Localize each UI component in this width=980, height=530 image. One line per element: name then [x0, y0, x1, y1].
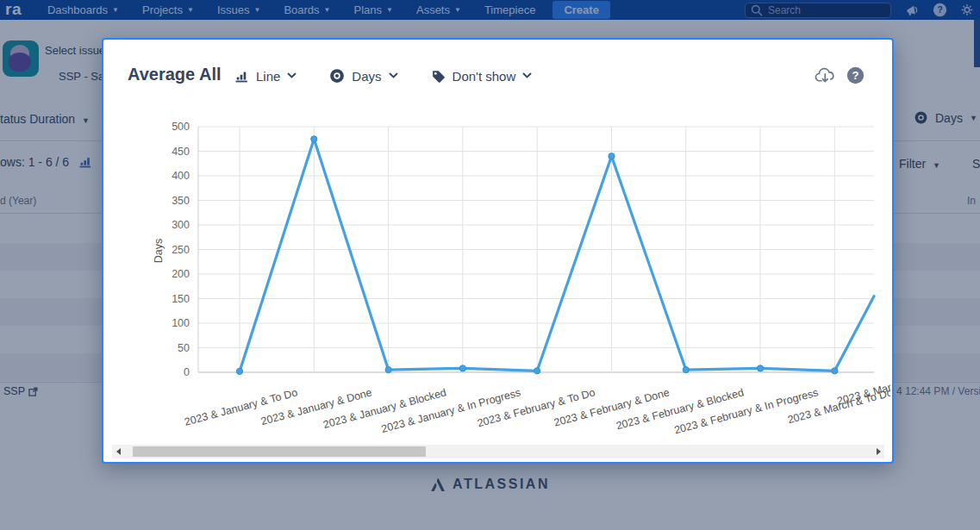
data-point[interactable]: [311, 136, 317, 142]
x-axis-labels: 2023 & January & To Do2023 & January & D…: [183, 381, 890, 436]
svg-text:350: 350: [172, 195, 190, 207]
svg-text:50: 50: [178, 342, 190, 354]
chart-controls: LineDaysDon't show: [234, 68, 532, 84]
cloud-download-icon: [815, 66, 836, 84]
days-dropdown[interactable]: Days: [329, 68, 397, 84]
data-point[interactable]: [609, 153, 615, 159]
svg-text:500: 500: [172, 122, 190, 133]
scrollbar-thumb[interactable]: [133, 446, 426, 457]
data-point[interactable]: [385, 367, 391, 373]
svg-text:400: 400: [172, 170, 190, 182]
question-circle-icon: ?: [846, 66, 865, 84]
average-all-dialog: Average All LineDaysDon't show ? 0501001…: [102, 38, 894, 464]
scroll-left-arrow[interactable]: [112, 445, 124, 458]
data-point[interactable]: [832, 368, 838, 374]
svg-text:?: ?: [852, 69, 858, 82]
eye-icon: [329, 68, 345, 84]
tag-icon: [431, 69, 446, 84]
svg-text:0: 0: [184, 366, 190, 378]
dialog-actions: ?: [815, 66, 865, 84]
download-chart-button[interactable]: [815, 66, 836, 84]
data-point[interactable]: [758, 365, 764, 371]
chart-horizontal-scrollbar[interactable]: [112, 445, 884, 458]
bar-chart-icon: [234, 69, 249, 84]
line-dropdown[interactable]: Line: [234, 69, 296, 84]
data-point[interactable]: [236, 368, 242, 374]
chevron-down-icon: [389, 72, 398, 79]
chevron-down-icon: [287, 72, 296, 79]
don-t-show-dropdown[interactable]: Don't show: [431, 69, 533, 84]
data-point[interactable]: [459, 365, 465, 371]
dialog-title: Average All: [128, 65, 222, 84]
chevron-down-icon: [522, 72, 532, 79]
data-point[interactable]: [534, 368, 540, 374]
svg-text:150: 150: [172, 293, 190, 305]
dialog-help-button[interactable]: ?: [846, 66, 865, 84]
svg-text:300: 300: [172, 219, 190, 231]
page-scrollbar-thumb[interactable]: [974, 20, 980, 67]
svg-text:200: 200: [172, 268, 190, 280]
y-axis-label: Days: [153, 239, 165, 263]
scroll-right-arrow[interactable]: [872, 445, 884, 458]
y-gridlines-and-ticks: 050100150200250300350400450500: [172, 122, 874, 378]
chart-series: [236, 136, 874, 375]
svg-text:250: 250: [172, 244, 190, 256]
svg-text:100: 100: [172, 317, 190, 329]
svg-text:450: 450: [172, 146, 190, 158]
line-chart: 050100150200250300350400450500Days2023 &…: [103, 122, 890, 436]
data-point[interactable]: [683, 367, 689, 373]
